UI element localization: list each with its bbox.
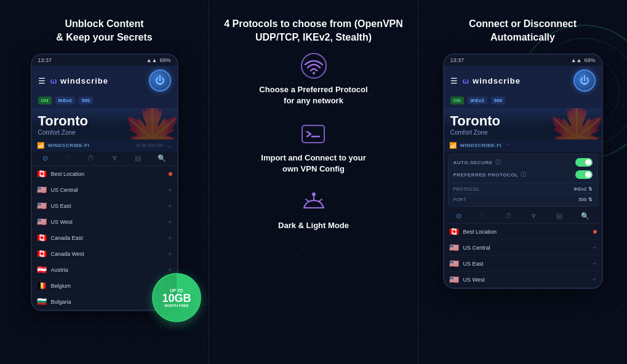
tab-heart-icon[interactable]: ♡ — [65, 154, 71, 162]
tab-network-icon[interactable]: ⛛ — [111, 154, 118, 162]
middle-content: Choose a Preferred Protocol for any netw… — [209, 52, 418, 245]
flag-icon: 🇺🇸 — [37, 217, 47, 226]
right-tab-search-icon[interactable]: 🔍 — [581, 212, 589, 220]
list-item[interactable]: 🇨🇦 Best Location — [32, 166, 177, 182]
best-indicator — [169, 172, 172, 176]
list-item[interactable]: 🇺🇸 US West + — [32, 214, 177, 230]
status-bar: 13:37 ▲▲ 69% — [32, 55, 177, 66]
right-location-hero: 🍁 Toronto Comfort Zone — [444, 108, 602, 140]
flag-icon: 🇧🇪 — [37, 281, 47, 290]
right-flag-icon: 🇺🇸 — [449, 275, 459, 284]
right-location-list: 🇨🇦 Best Location 🇺🇸 US Central + 🇺🇸 US E… — [444, 224, 602, 288]
right-add-icon[interactable]: + — [592, 259, 596, 268]
right-power-button[interactable]: ⏻ — [573, 69, 596, 92]
port-value[interactable]: 500 ⇅ — [578, 197, 592, 202]
middle-heading: 4 Protocols to choose from (OpenVPN UDP/… — [209, 17, 418, 44]
right-add-icon[interactable]: + — [592, 275, 596, 284]
add-icon[interactable]: + — [167, 186, 172, 194]
right-location-name: US East — [463, 261, 588, 267]
tab-clock-icon[interactable]: ⊙ — [42, 154, 48, 162]
preferred-protocol-toggle[interactable] — [575, 170, 593, 179]
feature-text-2: Import and Connect to your own VPN Confi… — [261, 152, 365, 175]
flag-icon: 🇺🇸 — [37, 185, 47, 194]
terminal-icon — [300, 121, 327, 148]
battery-text: 69% — [159, 57, 170, 63]
list-item[interactable]: 🇺🇸 US East + — [32, 198, 177, 214]
pref-protocol-info-icon[interactable]: ⓘ — [521, 171, 527, 179]
right-tab-row: ⊙ ♡ ⏱ ⛛ ▤ 🔍 — [444, 209, 602, 224]
location-name: Belgium — [51, 283, 164, 289]
right-hamburger-icon[interactable]: ☰ — [450, 76, 458, 85]
right-phone-header: ☰ ω windscribe ⏻ — [444, 66, 602, 95]
auto-secure-label: AUTO-SECURE ⓘ — [453, 159, 501, 167]
badge-amount: 10GB — [162, 293, 191, 304]
right-pill-ikev2: IKEv2 — [468, 97, 487, 105]
add-icon[interactable]: + — [167, 202, 172, 210]
right-list-item[interactable]: 🇺🇸 US West + — [444, 272, 602, 288]
protocol-chevron-icon: ⇅ — [588, 186, 593, 192]
port-select-row: PORT 500 ⇅ — [453, 193, 593, 202]
flag-icon: 🇨🇦 — [37, 249, 47, 258]
feature-text-3: Dark & Light Mode — [278, 220, 349, 231]
tab-row: ⊙ ♡ ⏱ ⛛ ▤ 🔍 — [32, 151, 177, 166]
tab-history-icon[interactable]: ⏱ — [87, 154, 94, 162]
list-item[interactable]: 🇨🇦 Canada East + — [32, 230, 177, 246]
list-item[interactable]: 🇺🇸 US Central + — [32, 182, 177, 198]
right-zone-name: Comfort Zone — [450, 129, 596, 136]
add-icon[interactable]: + — [167, 266, 172, 274]
auto-secure-toggle[interactable] — [575, 158, 593, 167]
right-list-item[interactable]: 🇨🇦 Best Location — [444, 224, 602, 240]
left-panel: Unblock Content & Keep your Secrets 13:3… — [0, 0, 209, 364]
location-name: US East — [51, 203, 164, 209]
right-location-name: US Central — [463, 245, 588, 251]
middle-panel: 4 Protocols to choose from (OpenVPN UDP/… — [209, 0, 418, 364]
power-button[interactable]: ⏻ — [149, 69, 171, 92]
flag-icon: 🇧🇬 — [37, 297, 47, 306]
feature-text-1: Choose a Preferred Protocol for any netw… — [259, 84, 367, 106]
right-pill-port: 500 — [491, 97, 505, 105]
tab-search-icon[interactable]: 🔍 — [158, 154, 166, 162]
hamburger-icon[interactable]: ☰ — [38, 76, 46, 85]
right-panel: Connect or Disconnect Automatically 13:3… — [418, 0, 627, 364]
add-icon[interactable]: + — [167, 218, 172, 226]
right-tab-network-icon[interactable]: ⛛ — [530, 212, 537, 220]
add-icon[interactable]: + — [167, 250, 172, 258]
pill-port: 500 — [79, 97, 93, 105]
right-add-icon[interactable]: + — [592, 243, 596, 252]
right-list-item[interactable]: 🇺🇸 US East + — [444, 256, 602, 272]
tab-tv-icon[interactable]: ▤ — [135, 154, 141, 162]
right-tab-history-icon[interactable]: ⏱ — [505, 212, 512, 220]
right-tab-heart-icon[interactable]: ♡ — [480, 212, 486, 220]
right-list-item[interactable]: 🇺🇸 US Central + — [444, 240, 602, 256]
flag-icon: 🇨🇦 — [37, 169, 47, 178]
add-icon[interactable]: + — [167, 234, 172, 242]
right-pill-on: ON — [450, 97, 464, 105]
protocol-value[interactable]: IKEv2 ⇅ — [573, 186, 592, 192]
network-settings-panel: AUTO-SECURE ⓘ PREFERRED PROTOCOL ⓘ PROTO… — [448, 154, 598, 207]
port-label: PORT — [453, 197, 466, 202]
pill-ikev2: IKEv2 — [55, 97, 75, 105]
chevron-icon[interactable]: ⌄ — [167, 143, 172, 149]
right-flag-icon: 🇺🇸 — [449, 259, 459, 268]
location-name: Bulgaria — [51, 299, 164, 305]
protocol-label: PROTOCOL — [453, 187, 480, 191]
signal-icon: ▲▲ — [146, 57, 158, 63]
location-name: US Central — [51, 187, 164, 193]
location-name: Canada East — [51, 235, 164, 241]
right-location-name: US West — [463, 277, 588, 283]
right-chevron-icon[interactable]: ⌄ — [505, 143, 510, 149]
right-logo: ω windscribe — [463, 76, 521, 85]
list-item[interactable]: 🇦🇹 Austria + — [32, 262, 177, 278]
wifi-protocol-icon — [300, 52, 327, 79]
wifi-icon: 📶 — [37, 142, 44, 149]
list-item[interactable]: 🇨🇦 Canada West + — [32, 246, 177, 262]
auto-secure-info-icon[interactable]: ⓘ — [495, 159, 501, 167]
feature-import: Import and Connect to your own VPN Confi… — [261, 121, 365, 175]
location-name: US West — [51, 219, 164, 225]
right-tab-tv-icon[interactable]: ▤ — [556, 212, 562, 220]
city-name: Toronto — [38, 113, 171, 129]
pill-on: ON — [38, 97, 52, 105]
right-status-bar: 13:37 ▲▲ 69% — [444, 55, 602, 66]
right-best-indicator — [593, 230, 597, 234]
right-tab-clock-icon[interactable]: ⊙ — [456, 212, 461, 220]
